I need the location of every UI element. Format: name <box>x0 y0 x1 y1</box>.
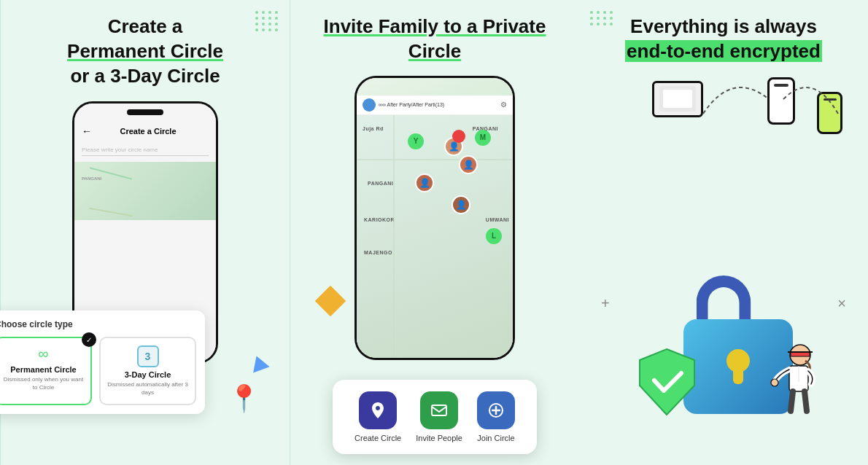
map-label-majengo: MAJENGO <box>364 250 392 255</box>
map-label-umwani: UMWANI <box>486 217 509 222</box>
floating-tablet <box>652 81 703 117</box>
back-icon: ← <box>82 125 92 137</box>
map-text: PANGANI <box>82 176 101 181</box>
person-figure <box>767 342 818 425</box>
security-illustration: + × <box>586 77 861 458</box>
join-circle-label: Join Circle <box>477 434 514 442</box>
infinity-icon: ∞ <box>2 345 85 362</box>
invite-people-icon-wrapper <box>420 391 458 429</box>
selected-check: ✓ <box>82 332 96 347</box>
threeday-icon: 3 <box>137 345 159 367</box>
avatar-marker-3: 👤 <box>415 173 434 192</box>
map-content: PANGANI Juja Rd PANGANI KARIOKOR MAJENGO… <box>357 115 513 357</box>
road-horizontal <box>357 159 513 160</box>
lock-shackle <box>697 276 751 319</box>
map-road <box>89 208 132 216</box>
diamond-decoration <box>315 286 346 316</box>
plus-deco-2: × <box>837 295 846 312</box>
panel2-content: ∞∞ After Party/After Parti(13) ⚙ PANGANI… <box>298 70 572 458</box>
action-join-circle[interactable]: Join Circle <box>477 391 515 442</box>
avatar-marker-2: 👤 <box>459 155 478 174</box>
create-circle-title: Create a Circle <box>98 127 209 136</box>
pin-decoration: 📍 <box>228 383 260 414</box>
invite-people-label: Invite People <box>416 434 462 442</box>
map-label-juja: Juja Rd <box>363 126 384 131</box>
choose-circle-label: Choose circle type <box>0 319 196 329</box>
floating-phone-top <box>767 77 795 125</box>
map-gear-icon: ⚙ <box>500 101 507 109</box>
panel3-title: Everything is always end-to-end encrypte… <box>625 15 822 64</box>
map-pin-svg <box>368 400 388 421</box>
plus-circle-svg <box>486 400 506 421</box>
floating-phone-green <box>817 92 842 134</box>
panel-invite-family: Invite Family to a Private Circle ∞∞ Aft… <box>290 0 579 465</box>
input-placeholder: Please write your circle name <box>82 146 158 153</box>
shield-decoration <box>636 345 698 421</box>
permanent-circle-desc: Dismissed only when you want to Circle <box>2 376 85 391</box>
panel1-content: ← Create a Circle Please write your circ… <box>8 94 282 458</box>
create-circle-label: Create Circle <box>354 434 401 442</box>
red-dot <box>452 130 465 143</box>
letter-marker-y: Y <box>408 133 424 149</box>
panel2-title: Invite Family to a Private Circle <box>298 15 572 64</box>
action-card: Create Circle Invite People <box>333 380 537 454</box>
permanent-circle-title: Permanent Circle <box>2 365 85 374</box>
envelope-svg <box>429 400 449 421</box>
threeday-circle-option[interactable]: 3 3-Day Circle Dismissed automatically a… <box>99 337 196 405</box>
svg-rect-0 <box>432 405 446 415</box>
letter-marker-m: M <box>475 130 491 146</box>
avatar-marker-4: 👤 <box>452 195 470 214</box>
permanent-circle-option[interactable]: ✓ ∞ Permanent Circle Dismissed only when… <box>0 337 92 405</box>
create-circle-icon-wrapper <box>359 391 397 429</box>
map-label-pangani2: PANGANI <box>368 181 393 186</box>
plus-deco-1: + <box>601 295 610 312</box>
join-circle-icon-wrapper <box>477 391 515 429</box>
triangle-decoration <box>248 353 269 372</box>
choose-circle-card: Choose circle type ✓ ∞ Permanent Circle … <box>0 310 205 414</box>
map-header-text: ∞∞ After Party/After Parti(13) <box>379 102 500 107</box>
dots-decoration <box>255 11 279 31</box>
circle-options: ✓ ∞ Permanent Circle Dismissed only when… <box>0 337 196 405</box>
road-vertical <box>393 115 395 357</box>
panel1-title: Create a Permanent Circle or a 3-Day Cir… <box>67 15 223 88</box>
map-header: ∞∞ After Party/After Parti(13) ⚙ <box>357 95 513 115</box>
action-invite-people[interactable]: Invite People <box>416 391 462 442</box>
threeday-circle-title: 3-Day Circle <box>106 370 189 379</box>
keyhole <box>726 349 750 384</box>
letter-marker-l: L <box>486 228 502 244</box>
panel-encryption: Everything is always end-to-end encrypte… <box>579 0 868 465</box>
create-circle-header: ← Create a Circle <box>74 122 216 141</box>
action-create-circle[interactable]: Create Circle <box>354 391 401 442</box>
phone-mockup-2: ∞∞ After Party/After Parti(13) ⚙ PANGANI… <box>354 76 515 360</box>
map-screen: ∞∞ After Party/After Parti(13) ⚙ PANGANI… <box>357 78 513 358</box>
phone-map-bg: PANGANI <box>74 162 216 220</box>
map-label-kariokor: KARIOKOR <box>364 217 395 222</box>
svg-point-4 <box>771 379 778 386</box>
panel-create-circle: Create a Permanent Circle or a 3-Day Cir… <box>0 0 290 465</box>
threeday-circle-desc: Dismissed automatically after 3 days <box>106 381 189 396</box>
map-header-avatar <box>363 98 376 112</box>
circle-name-input[interactable]: Please write your circle name <box>82 146 209 156</box>
